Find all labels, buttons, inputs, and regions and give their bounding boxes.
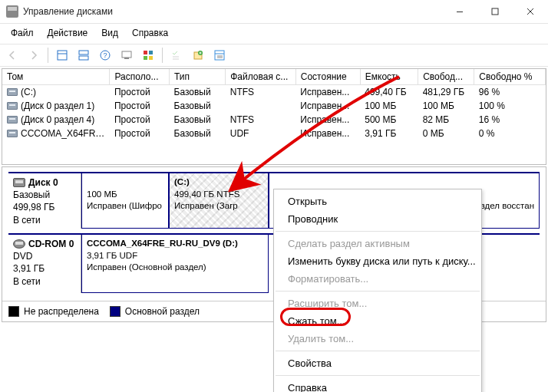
ctx-format: Форматировать... xyxy=(274,270,481,288)
cdrom-volume[interactable]: CCCOMA_X64FRE_RU-RU_DV9 (D:) 3,91 ГБ UDF… xyxy=(81,235,269,293)
svg-rect-12 xyxy=(144,51,147,54)
table-row[interactable]: CCCOMA_X64FRE...ПростойБазовыйUDFИсправе… xyxy=(2,127,546,140)
close-button[interactable] xyxy=(513,0,548,23)
col-state[interactable]: Состояние xyxy=(295,69,360,85)
svg-rect-13 xyxy=(149,51,153,54)
svg-rect-14 xyxy=(144,56,147,60)
ctx-shrink[interactable]: Сжать том... xyxy=(274,312,481,330)
window-title: Управление дисками xyxy=(23,6,442,17)
cdrom-icon xyxy=(13,239,25,249)
ctx-help[interactable]: Справка xyxy=(274,379,481,392)
titlebar: Управление дисками xyxy=(0,0,548,24)
legend-unallocated-swatch xyxy=(8,306,19,317)
volume-icon xyxy=(7,88,18,96)
column-headers[interactable]: Том Располо... Тип Файловая с... Состоян… xyxy=(2,69,546,85)
menu-view[interactable]: Вид xyxy=(95,25,124,41)
svg-rect-22 xyxy=(215,51,224,60)
add-button[interactable] xyxy=(189,46,207,64)
svg-text:?: ? xyxy=(103,51,107,59)
ctx-properties[interactable]: Свойства xyxy=(274,354,481,372)
col-fs[interactable]: Файловая с... xyxy=(226,69,296,85)
col-volume[interactable]: Том xyxy=(2,69,110,85)
svg-rect-10 xyxy=(122,51,131,58)
ctx-extend: Расширить том... xyxy=(274,295,481,312)
svg-rect-1 xyxy=(492,8,498,15)
checklist-button xyxy=(167,46,186,64)
palette-button[interactable] xyxy=(139,46,157,64)
table-row[interactable]: (Диск 0 раздел 4)ПростойБазовыйNTFSИспра… xyxy=(2,113,546,127)
ctx-change-letter[interactable]: Изменить букву диска или путь к диску... xyxy=(274,252,481,270)
menubar: Файл Действие Вид Справка xyxy=(0,24,548,44)
disk-icon xyxy=(13,178,25,187)
volume-table: Том Располо... Тип Файловая с... Состоян… xyxy=(2,68,546,165)
disk0-partition-1[interactable]: 100 МБ Исправен (Шифро xyxy=(81,173,169,229)
toolbar: ? xyxy=(0,44,548,67)
table-row[interactable]: (C:)ПростойБазовыйNTFSИсправен...499,40 … xyxy=(2,85,546,100)
ctx-make-active: Сделать раздел активным xyxy=(274,235,481,252)
context-menu: Открыть Проводник Сделать раздел активны… xyxy=(273,189,482,392)
svg-rect-6 xyxy=(79,51,88,54)
svg-rect-15 xyxy=(149,56,153,60)
properties-button[interactable] xyxy=(210,46,229,64)
table-row[interactable]: (Диск 0 раздел 1)ПростойБазовыйИсправен.… xyxy=(2,99,546,113)
volume-icon xyxy=(7,102,18,110)
forward-button xyxy=(25,46,43,64)
col-free-pct[interactable]: Свободно % xyxy=(474,69,546,85)
disk0-partition-c[interactable]: (C:) 499,40 ГБ NTFS Исправен (Загр xyxy=(169,173,269,229)
maximize-button[interactable] xyxy=(477,0,513,23)
back-button xyxy=(3,46,21,64)
col-layout[interactable]: Располо... xyxy=(110,69,170,85)
ctx-explorer[interactable]: Проводник xyxy=(274,210,481,228)
menu-action[interactable]: Действие xyxy=(41,25,94,41)
settings-button[interactable] xyxy=(117,46,136,64)
help-button[interactable]: ? xyxy=(96,46,114,64)
svg-rect-11 xyxy=(124,58,129,59)
svg-rect-7 xyxy=(79,56,88,60)
app-icon xyxy=(6,5,18,18)
volume-icon xyxy=(7,116,18,124)
cdrom-label[interactable]: CD-ROM 0 DVD 3,91 ГБ В сети xyxy=(8,235,81,293)
ctx-delete: Удалить том... xyxy=(274,330,481,348)
minimize-button[interactable] xyxy=(442,0,477,23)
menu-file[interactable]: Файл xyxy=(5,25,40,41)
disk0-label[interactable]: Диск 0 Базовый 499,98 ГБ В сети xyxy=(8,173,81,229)
legend-primary-swatch xyxy=(110,306,120,317)
col-type[interactable]: Тип xyxy=(170,69,226,85)
menu-help[interactable]: Справка xyxy=(126,25,174,41)
volume-icon xyxy=(7,130,18,137)
col-free[interactable]: Свобод... xyxy=(418,69,474,85)
svg-rect-4 xyxy=(58,51,67,60)
view-top-button[interactable] xyxy=(53,46,71,64)
col-capacity[interactable]: Емкость xyxy=(360,69,418,85)
view-bottom-button[interactable] xyxy=(74,46,93,64)
ctx-open[interactable]: Открыть xyxy=(274,193,481,210)
